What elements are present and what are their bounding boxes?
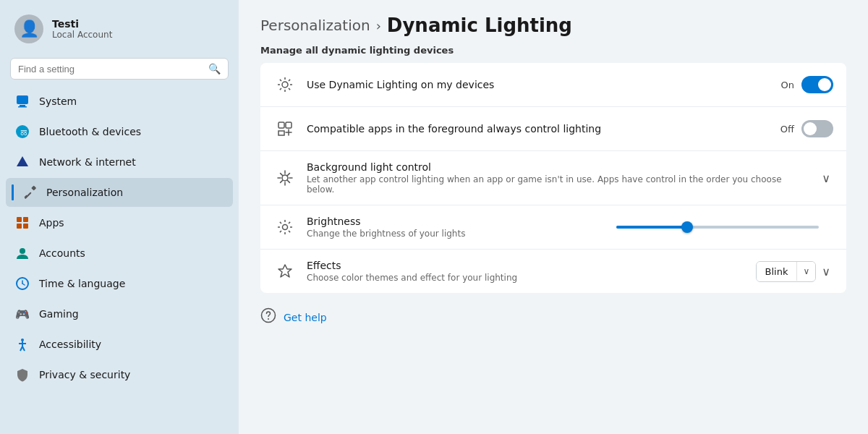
brightness-label: Brightness: [307, 216, 606, 227]
effects-expand-icon[interactable]: ∨: [819, 262, 833, 281]
gaming-icon: 🎮: [14, 306, 30, 322]
svg-point-22: [282, 82, 288, 88]
personalization-icon: [22, 184, 38, 200]
effects-dropdown-arrow[interactable]: ∨: [796, 262, 815, 281]
sidebar-item-privacy-label: Privacy & security: [39, 369, 130, 380]
svg-rect-0: [17, 95, 28, 104]
svg-rect-9: [17, 217, 22, 222]
settings-card: Use Dynamic Lighting on my devices On Co…: [260, 63, 846, 293]
svg-line-29: [289, 80, 290, 81]
brightness-desc: Change the brightness of your lights: [307, 229, 606, 239]
user-profile[interactable]: 👤 Testi Local Account: [0, 0, 239, 55]
svg-point-17: [21, 339, 24, 341]
background-light-expand-icon[interactable]: ∨: [819, 169, 833, 188]
compatible-apps-toggle[interactable]: [801, 120, 833, 137]
sidebar-item-network[interactable]: Network & internet: [6, 148, 233, 176]
svg-marker-5: [17, 156, 28, 166]
svg-rect-12: [23, 224, 28, 229]
setting-row-effects: Effects Choose color themes and effect f…: [260, 250, 846, 293]
svg-rect-1: [20, 105, 25, 106]
effects-dropdown-value: Blink: [757, 262, 797, 281]
compatible-apps-toggle-label: Off: [780, 124, 794, 135]
sidebar-item-personalization[interactable]: Personalization: [6, 178, 233, 207]
svg-rect-6: [25, 192, 32, 199]
sidebar-item-personalization-label: Personalization: [46, 187, 123, 198]
setting-row-brightness: Brightness Change the brightness of your…: [260, 205, 846, 250]
svg-line-21: [22, 346, 25, 351]
time-icon: [14, 276, 30, 292]
effects-desc: Choose color themes and effect for your …: [307, 273, 746, 283]
background-light-desc: Let another app control lighting when an…: [307, 174, 809, 195]
compatible-apps-icon: [273, 117, 297, 140]
dynamic-lighting-label: Use Dynamic Lighting on my devices: [307, 79, 771, 90]
compatible-apps-label: Compatible apps in the foreground always…: [307, 123, 770, 135]
svg-line-30: [280, 88, 281, 90]
effects-dropdown[interactable]: Blink ∨: [756, 261, 817, 282]
breadcrumb-separator: ›: [376, 18, 381, 33]
svg-point-13: [20, 248, 25, 254]
setting-row-background-light[interactable]: Background light control Let another app…: [260, 151, 846, 205]
breadcrumb-current: Dynamic Lighting: [387, 14, 572, 36]
sidebar-item-accounts-label: Accounts: [39, 247, 85, 259]
sidebar: 👤 Testi Local Account 🔍 System ⯹ Bluetoo…: [0, 0, 239, 434]
svg-text:⯹: ⯹: [20, 127, 28, 137]
brightness-icon: [273, 216, 297, 239]
background-light-icon: [273, 166, 297, 190]
sidebar-item-time-label: Time & language: [39, 278, 125, 289]
accounts-icon: [14, 245, 30, 261]
svg-line-41: [289, 222, 290, 224]
svg-line-28: [289, 88, 290, 90]
navigation: System ⯹ Bluetooth & devices Network & i…: [0, 87, 239, 389]
search-icon: 🔍: [208, 63, 221, 75]
accessibility-icon: [14, 336, 30, 352]
sidebar-item-gaming[interactable]: 🎮 Gaming: [6, 299, 233, 328]
sidebar-item-gaming-label: Gaming: [39, 308, 79, 320]
sidebar-item-privacy[interactable]: Privacy & security: [6, 360, 233, 389]
sidebar-item-system[interactable]: System: [6, 87, 233, 116]
svg-point-44: [268, 318, 269, 320]
section-title: Manage all dynamic lighting devices: [260, 45, 846, 56]
svg-line-40: [289, 231, 290, 232]
dynamic-lighting-toggle[interactable]: [801, 76, 833, 93]
effects-icon: [273, 260, 297, 283]
apps-icon: [14, 215, 30, 231]
user-name: Testi: [52, 18, 112, 30]
sidebar-item-accessibility[interactable]: Accessibility: [6, 330, 233, 359]
main-content: Personalization › Dynamic Lighting Manag…: [239, 0, 868, 434]
svg-rect-2: [18, 106, 27, 108]
dynamic-lighting-icon: [273, 73, 297, 96]
search-bar[interactable]: 🔍: [10, 58, 229, 80]
svg-rect-31: [278, 122, 284, 128]
setting-row-use-dynamic-lighting: Use Dynamic Lighting on my devices On: [260, 63, 846, 107]
svg-point-33: [282, 175, 288, 181]
get-help-section: Get help: [260, 305, 846, 330]
svg-rect-32: [286, 122, 292, 128]
network-icon: [14, 154, 30, 170]
breadcrumb-parent[interactable]: Personalization: [260, 17, 370, 34]
sidebar-item-network-label: Network & internet: [39, 156, 136, 168]
svg-line-27: [280, 80, 281, 81]
setting-row-compatible-apps: Compatible apps in the foreground always…: [260, 107, 846, 151]
brightness-slider[interactable]: [616, 226, 819, 229]
sidebar-item-bluetooth-label: Bluetooth & devices: [39, 126, 141, 137]
effects-label: Effects: [307, 260, 746, 271]
get-help-link[interactable]: Get help: [284, 312, 327, 323]
avatar: 👤: [14, 14, 43, 43]
background-light-label: Background light control: [307, 161, 809, 173]
sidebar-item-bluetooth[interactable]: ⯹ Bluetooth & devices: [6, 117, 233, 146]
svg-line-39: [280, 222, 281, 224]
svg-rect-7: [31, 185, 36, 190]
user-account-type: Local Account: [52, 30, 112, 40]
search-input[interactable]: [18, 64, 204, 75]
svg-point-34: [283, 225, 288, 230]
svg-rect-11: [17, 224, 22, 229]
svg-rect-10: [23, 217, 28, 222]
system-icon: [14, 93, 30, 109]
sidebar-item-time[interactable]: Time & language: [6, 269, 233, 298]
svg-line-16: [22, 284, 25, 285]
get-help-icon: [260, 307, 276, 327]
privacy-icon: [14, 367, 30, 383]
sidebar-item-apps-label: Apps: [39, 217, 64, 229]
sidebar-item-apps[interactable]: Apps: [6, 208, 233, 237]
sidebar-item-accounts[interactable]: Accounts: [6, 239, 233, 268]
